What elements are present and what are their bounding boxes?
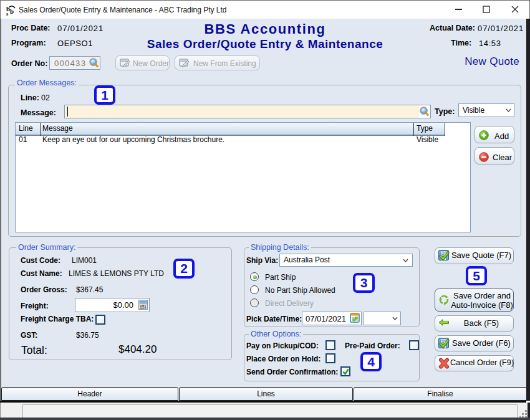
svg-text:b: b xyxy=(10,7,14,15)
svg-text:s: s xyxy=(6,11,8,16)
